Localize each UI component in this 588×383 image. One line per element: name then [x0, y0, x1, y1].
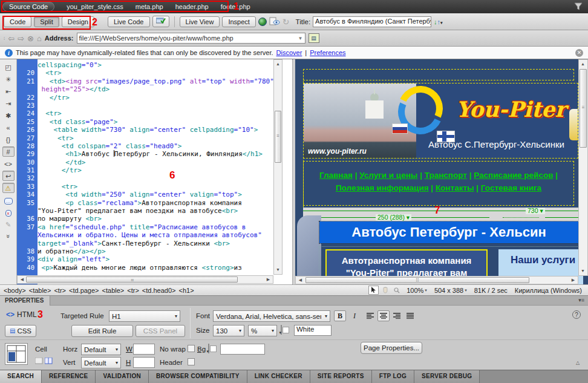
- file-management-icon[interactable]: [269, 17, 280, 27]
- file-transfer-icon[interactable]: ↓↑▾: [434, 18, 443, 25]
- code-line[interactable]: </tr>: [38, 166, 292, 174]
- code-line[interactable]: [38, 102, 292, 110]
- back-icon[interactable]: ⇦: [8, 34, 15, 43]
- results-tab-search[interactable]: SEARCH: [0, 370, 42, 383]
- discover-link[interactable]: Discover: [276, 49, 302, 56]
- expand-all-icon[interactable]: ✱: [2, 110, 15, 120]
- code-vertical-scrollbar[interactable]: ▲ ≡ ▼: [273, 59, 283, 275]
- tag-crumb[interactable]: <h1>: [179, 287, 194, 294]
- unit-select[interactable]: %▾: [248, 325, 277, 336]
- select-tool-icon[interactable]: [368, 286, 379, 295]
- syntax-error-alerts-icon[interactable]: ⚠: [2, 183, 15, 193]
- code-line[interactable]: <td class="page">: [38, 118, 292, 126]
- remove-comment-icon[interactable]: x: [2, 207, 15, 217]
- check-browser-compat-icon[interactable]: [152, 16, 169, 27]
- open-documents-icon[interactable]: ◰: [2, 62, 15, 72]
- design-h1-heading[interactable]: Автобус Петербург - Хельсин: [319, 221, 578, 243]
- code-line[interactable]: [38, 174, 292, 182]
- tag-crumb[interactable]: <body>: [4, 287, 26, 294]
- scroll-down-icon[interactable]: ▼: [579, 267, 587, 275]
- scroll-right-icon[interactable]: ▶: [264, 276, 272, 283]
- horz-select[interactable]: Default▾: [81, 344, 121, 355]
- menu-link[interactable]: Главная: [319, 171, 353, 180]
- menu-link[interactable]: Транспорт: [425, 171, 467, 180]
- zoom-level-select[interactable]: 100%▾: [404, 287, 430, 294]
- select-parent-tag-icon[interactable]: «: [2, 122, 15, 133]
- code-editor[interactable]: cellspacing="0"> <tr> <td><img src="imag…: [38, 59, 292, 284]
- menu-link[interactable]: Полезная информация: [336, 183, 429, 192]
- bg-color-swatch[interactable]: [208, 344, 209, 353]
- view-options-icon[interactable]: ▤: [309, 33, 319, 43]
- cell-width-input[interactable]: [133, 344, 155, 355]
- scroll-up-icon[interactable]: ▲: [274, 61, 282, 68]
- code-view-pane[interactable]: ◰✳⇤⇥✱«{}#<>↩⚠…x✎» 2021222324252627282930…: [0, 59, 292, 284]
- design-view-pane[interactable]: www.you-piter.ru You-Piter Автобус С.Пет…: [295, 59, 588, 284]
- bold-button[interactable]: B: [334, 310, 346, 321]
- page-top-image-cell[interactable]: [303, 69, 574, 80]
- tag-crumb[interactable]: <table>: [29, 287, 51, 294]
- font-select[interactable]: Verdana, Arial, Helvetica, sans-serif▾: [213, 310, 330, 322]
- address-dropdown-icon[interactable]: ▼: [298, 36, 303, 41]
- css-panel-button[interactable]: CSS Panel: [136, 325, 185, 337]
- results-tab-ftp-log[interactable]: FTP LOG: [372, 370, 414, 383]
- css-mode-button[interactable]: ▤CSS: [5, 325, 36, 337]
- code-horizontal-scrollbar[interactable]: ◀ ≡ ▶: [17, 275, 273, 284]
- balance-braces-icon[interactable]: {}: [2, 134, 15, 145]
- inspect-button[interactable]: Inspect: [222, 16, 255, 27]
- page-properties-button[interactable]: Page Properties...: [361, 342, 422, 354]
- word-wrap-icon[interactable]: ↩: [2, 171, 15, 181]
- code-line[interactable]: <td colspan="2" class="head0">: [38, 142, 292, 150]
- line-numbers-icon[interactable]: #: [2, 146, 15, 157]
- code-line[interactable]: <tr>: [38, 134, 292, 142]
- hand-tool-icon[interactable]: [380, 286, 390, 295]
- live-view-button[interactable]: Live View: [180, 16, 220, 27]
- edit-rule-button[interactable]: Edit Rule: [71, 325, 133, 337]
- collapse-panel-icon[interactable]: △: [576, 360, 580, 365]
- color-name-input[interactable]: White: [294, 325, 332, 336]
- scroll-right-icon[interactable]: ▶: [569, 277, 577, 284]
- code-line[interactable]: <tr>: [38, 110, 292, 117]
- code-line[interactable]: и обратно</a></p>: [38, 247, 292, 255]
- results-tab-link-checker[interactable]: LINK CHECKER: [247, 370, 310, 383]
- scroll-down-icon[interactable]: ▼: [274, 266, 282, 273]
- size-select[interactable]: 130▾: [213, 325, 244, 336]
- table-width-markers[interactable]: 730 ▾ 250 (288) ▾: [303, 208, 578, 221]
- format-source-icon[interactable]: ✎: [2, 219, 15, 229]
- code-line[interactable]: Хельсинки и обратно. Цены и места отправ…: [38, 231, 292, 239]
- help-icon[interactable]: ?: [572, 310, 581, 319]
- menu-link[interactable]: Расписание рейсов: [474, 171, 553, 180]
- results-tab-reference[interactable]: REFERENCE: [42, 370, 96, 383]
- title-input[interactable]: Автобус в Финляндию (Санкт Петербург - Х…: [313, 16, 431, 27]
- scroll-left-icon[interactable]: ◀: [296, 277, 304, 284]
- table-width-730[interactable]: 730 ▾: [526, 208, 545, 214]
- code-line[interactable]: <a href="schedule.php" title="Расписание…: [38, 223, 292, 231]
- address-input[interactable]: file:///E|/WebServers/home/you-piter/www…: [77, 33, 305, 44]
- tag-crumb[interactable]: <table>: [102, 287, 125, 294]
- code-line[interactable]: по маршруту <br>: [38, 215, 292, 223]
- code-line[interactable]: <tr>: [38, 183, 292, 191]
- collapse-full-tag-icon[interactable]: ⇤: [2, 86, 15, 96]
- code-line[interactable]: cellspacing="0">: [38, 61, 292, 69]
- code-line[interactable]: <p>Каждый день многие люди отправляются …: [38, 264, 292, 272]
- tag-crumb[interactable]: <tr>: [54, 287, 66, 294]
- results-tab-browser-compatibility[interactable]: BROWSER COMPATIBILITY: [149, 370, 247, 383]
- tag-crumb[interactable]: <td.head0>: [142, 287, 176, 294]
- code-navigator-icon[interactable]: ✳: [2, 74, 15, 84]
- live-code-button[interactable]: Live Code: [108, 16, 150, 27]
- code-line[interactable]: target="_blank">Санкт-Петербург - Хельси…: [38, 240, 292, 247]
- targeted-rule-select[interactable]: H1▾: [109, 310, 180, 322]
- align-center-icon[interactable]: [377, 310, 390, 321]
- results-tab-site-reports[interactable]: SITE REPORTS: [310, 370, 372, 383]
- zoom-tool-icon[interactable]: [391, 286, 402, 295]
- results-tab-validation[interactable]: VALIDATION: [96, 370, 149, 383]
- tag-crumb[interactable]: <td.page>: [69, 287, 99, 294]
- nowrap-checkbox[interactable]: [188, 345, 195, 352]
- code-line[interactable]: <tr>: [38, 69, 292, 77]
- text-color-swatch[interactable]: [281, 325, 282, 335]
- code-line[interactable]: <h1>Автобус Петербург - Хельсинки, Финля…: [38, 150, 292, 158]
- design-horizontal-scrollbar[interactable]: ◀ ⠿ ▶: [295, 276, 578, 284]
- home-icon[interactable]: ⌂: [37, 34, 42, 43]
- cell-height-input[interactable]: [133, 357, 155, 368]
- menu-link[interactable]: Контакты: [436, 183, 474, 192]
- bg-color-input[interactable]: [220, 344, 265, 355]
